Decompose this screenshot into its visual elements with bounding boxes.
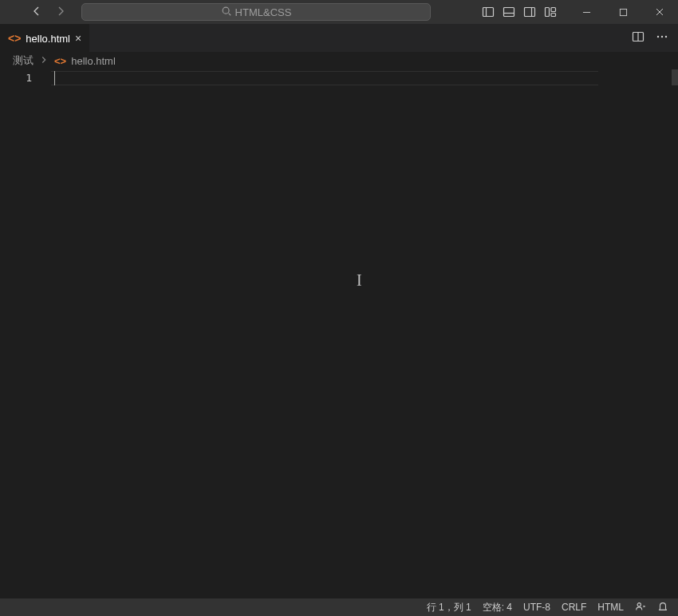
- status-notifications-icon[interactable]: [657, 601, 668, 614]
- code-area[interactable]: I: [51, 69, 678, 598]
- status-bar: 行 1，列 1 空格: 4 UTF-8 CRLF HTML: [0, 598, 678, 616]
- close-button[interactable]: [641, 0, 678, 24]
- svg-rect-3: [504, 8, 514, 17]
- breadcrumb[interactable]: 测试 <> hello.html: [0, 52, 678, 69]
- more-actions-icon[interactable]: [656, 30, 668, 45]
- editor[interactable]: 1 I: [0, 69, 678, 598]
- svg-point-18: [665, 36, 667, 38]
- status-encoding[interactable]: UTF-8: [523, 602, 550, 613]
- svg-point-19: [637, 602, 641, 606]
- svg-rect-8: [551, 8, 556, 12]
- line-number: 1: [0, 71, 32, 85]
- window-controls: [568, 0, 678, 24]
- breadcrumb-folder[interactable]: 测试: [13, 53, 34, 68]
- minimap[interactable]: [672, 69, 678, 85]
- status-language[interactable]: HTML: [597, 602, 624, 613]
- chevron-right-icon: [38, 54, 49, 68]
- nav-forward-icon: [54, 5, 67, 20]
- tab-label: hello.html: [26, 33, 70, 45]
- tab-bar: <> hello.html ×: [0, 24, 678, 52]
- breadcrumb-file[interactable]: hello.html: [71, 55, 116, 67]
- status-eol[interactable]: CRLF: [562, 602, 586, 613]
- nav-back-icon[interactable]: [30, 5, 43, 20]
- svg-rect-1: [483, 8, 494, 17]
- svg-point-17: [661, 36, 663, 38]
- html-file-icon: <>: [8, 32, 21, 45]
- minimize-button[interactable]: [568, 0, 605, 24]
- svg-rect-11: [620, 9, 626, 15]
- status-indentation[interactable]: 空格: 4: [483, 601, 512, 614]
- svg-point-16: [657, 36, 659, 38]
- status-cursor-position[interactable]: 行 1，列 1: [427, 601, 471, 614]
- split-editor-icon[interactable]: [632, 30, 644, 45]
- search-icon: [221, 6, 232, 19]
- editor-actions: [632, 24, 678, 52]
- command-center[interactable]: HTML&CSS: [81, 3, 431, 21]
- layout-controls: [482, 6, 557, 18]
- status-feedback-icon[interactable]: [635, 601, 646, 614]
- tab-hello-html[interactable]: <> hello.html ×: [0, 24, 89, 52]
- html-file-icon: <>: [54, 55, 66, 67]
- toggle-panel-icon[interactable]: [503, 6, 515, 18]
- toggle-primary-sidebar-icon[interactable]: [482, 6, 495, 18]
- line-number-gutter: 1: [0, 69, 51, 598]
- svg-point-0: [223, 7, 229, 14]
- title-bar: HTML&CSS: [0, 0, 678, 24]
- ibeam-cursor-icon: I: [357, 271, 362, 290]
- maximize-button[interactable]: [605, 0, 641, 24]
- svg-rect-9: [551, 14, 556, 17]
- command-center-label: HTML&CSS: [235, 6, 292, 18]
- current-line-highlight: [51, 71, 598, 85]
- tab-close-icon[interactable]: ×: [75, 33, 81, 44]
- svg-rect-7: [546, 8, 550, 17]
- svg-rect-5: [525, 8, 535, 17]
- nav-arrows: [30, 5, 67, 20]
- toggle-secondary-sidebar-icon[interactable]: [523, 6, 536, 18]
- text-caret: [54, 71, 55, 85]
- customize-layout-icon[interactable]: [544, 6, 557, 18]
